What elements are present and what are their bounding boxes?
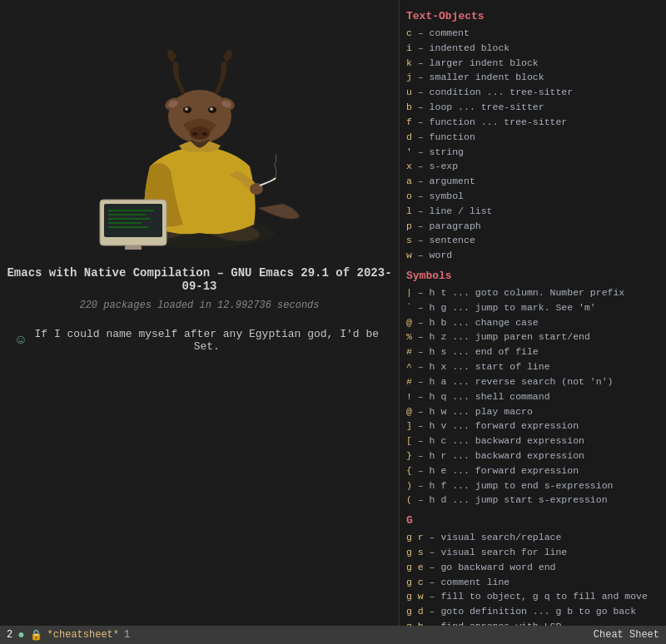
key-label: w — [406, 250, 412, 260]
key-label: [ — [406, 435, 412, 446]
key-item: [ – h c ... backward expression — [406, 433, 659, 448]
key-label: # — [406, 346, 412, 357]
svg-point-5 — [192, 132, 197, 136]
key-item: ` – h g ... jump to mark. See 'm' — [406, 300, 659, 315]
key-label: c — [406, 27, 412, 38]
key-label: d — [406, 131, 412, 142]
key-label: ! — [406, 391, 412, 402]
key-item: % – h z ... jump paren start/end — [406, 329, 659, 344]
key-label: l — [406, 206, 412, 216]
key-item: u – condition ... tree-sitter — [406, 85, 659, 100]
packages-info: 220 packages loaded in 12.992736 seconds — [79, 300, 319, 311]
status-buffer-num: 2 — [7, 629, 12, 641]
key-label: { — [406, 465, 412, 476]
key-label: | — [406, 287, 412, 298]
emacs-title: Emacs with Native Compilation – GNU Emac… — [0, 266, 399, 293]
key-item: x – s-exp — [406, 159, 659, 174]
status-linenum: 1 — [124, 629, 130, 641]
gnu-mascot-image — [75, 17, 325, 250]
key-item: ] – h v ... forward expression — [406, 419, 659, 433]
key-item: g s – visual search for line — [406, 545, 659, 560]
key-item: } – h r ... backward expression — [406, 448, 659, 463]
fortune-line: ☺ If I could name myself after any Egypt… — [0, 328, 399, 353]
key-label: ( — [406, 494, 412, 505]
status-bar: 2 ● 🔒 *cheatsheet* 1 Cheat Sheet — [0, 626, 666, 644]
key-label: s — [406, 235, 412, 245]
key-label: @ — [406, 317, 412, 328]
svg-rect-17 — [104, 204, 162, 237]
status-indicator: ● — [17, 628, 24, 642]
section-header-text-objects: Text-Objects — [406, 10, 659, 22]
svg-rect-23 — [125, 245, 142, 250]
right-panel[interactable]: Text-Objectsc – commenti – indented bloc… — [400, 0, 666, 644]
key-label: ) — [406, 480, 412, 491]
key-item: ) – h f ... jump to end s-expression — [406, 478, 659, 493]
key-item: w – word — [406, 248, 659, 263]
key-item: ' – string — [406, 145, 659, 160]
key-item: o – symbol — [406, 189, 659, 204]
key-item: g r – visual search/replace — [406, 530, 659, 545]
key-item: p – paragraph — [406, 219, 659, 234]
key-item: { – h e ... forward expression — [406, 463, 659, 478]
section-header-g: G — [406, 514, 659, 527]
fortune-text: If I could name myself after any Egyptia… — [32, 328, 382, 353]
key-item: @ – h w ... play macro — [406, 404, 659, 419]
key-item: @ – h b ... change case — [406, 315, 659, 330]
svg-point-10 — [210, 107, 213, 111]
key-item: g e – go backward word end — [406, 560, 659, 575]
key-label: # — [406, 376, 412, 387]
key-item: j – smaller indent block — [406, 70, 659, 85]
key-item: ! – h q ... shell command — [406, 389, 659, 404]
key-label: x — [406, 161, 412, 171]
key-label: o — [406, 191, 412, 201]
fortune-icon: ☺ — [17, 333, 25, 348]
key-label: g r — [406, 532, 424, 542]
svg-point-9 — [185, 107, 188, 111]
status-filename: *cheatsheet* — [47, 629, 119, 641]
key-label: } — [406, 450, 412, 461]
key-item: l – line / list — [406, 204, 659, 219]
key-item: # – h a ... reverse search (not 'n') — [406, 374, 659, 389]
key-item: k – larger indent block — [406, 56, 659, 71]
key-item: g d – goto definition ... g b to go back — [406, 604, 659, 619]
key-label: f — [406, 116, 412, 127]
key-label: g c — [406, 577, 424, 587]
key-item: ^ – h x ... start of line — [406, 359, 659, 374]
key-label: @ — [406, 406, 412, 417]
status-lock-icon: 🔒 — [30, 629, 42, 642]
key-item: g c – comment line — [406, 575, 659, 590]
svg-point-6 — [202, 132, 207, 136]
key-item: c – comment — [406, 26, 659, 41]
key-label: k — [406, 57, 412, 68]
key-label: g w — [406, 591, 424, 602]
key-item: # – h s ... end of file — [406, 344, 659, 359]
status-right-label: Cheat Sheet — [594, 629, 659, 641]
key-label: u — [406, 87, 412, 97]
key-label: p — [406, 220, 412, 231]
key-label: ` — [406, 302, 412, 313]
key-label: i — [406, 42, 412, 53]
key-label: ^ — [406, 361, 412, 372]
key-item: b – loop ... tree-sitter — [406, 100, 659, 115]
left-panel: Emacs with Native Compilation – GNU Emac… — [0, 0, 400, 644]
section-header-symbols: Symbols — [406, 270, 659, 282]
key-item: i – indented block — [406, 41, 659, 56]
key-item: | – h t ... goto column. Number prefix — [406, 285, 659, 300]
key-label: ] — [406, 420, 412, 431]
key-item: d – function — [406, 130, 659, 145]
key-label: g d — [406, 606, 424, 617]
key-label: % — [406, 331, 412, 342]
key-item: ( – h d ... jump start s-expression — [406, 493, 659, 508]
key-label: ' — [406, 146, 412, 157]
key-label: b — [406, 102, 412, 112]
key-item: s – sentence — [406, 233, 659, 248]
key-item: g w – fill to object, g q to fill and mo… — [406, 589, 659, 604]
key-item: a – argument — [406, 174, 659, 189]
key-label: a — [406, 176, 412, 186]
key-label: g s — [406, 547, 424, 557]
key-item: f – function ... tree-sitter — [406, 115, 659, 130]
key-label: j — [406, 72, 412, 82]
key-label: g e — [406, 562, 424, 572]
